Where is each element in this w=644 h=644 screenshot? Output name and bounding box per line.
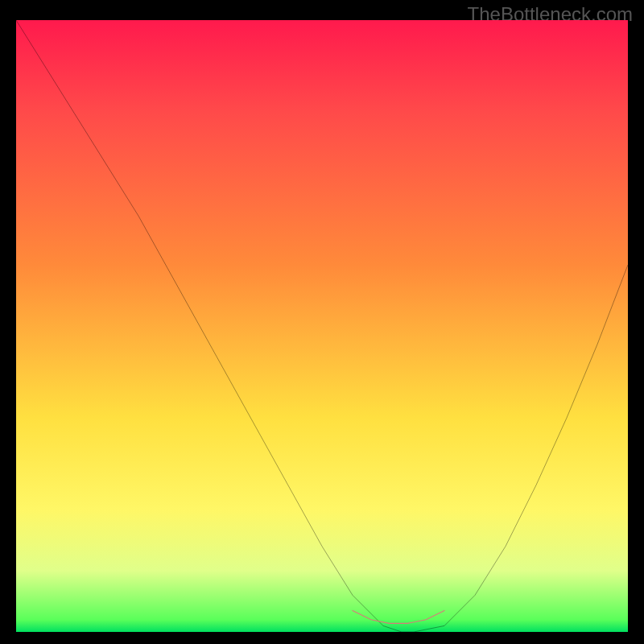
highlight-segment: [353, 610, 444, 623]
chart-wrapper: TheBottleneck.com: [0, 0, 644, 644]
bottleneck-curve: [16, 20, 628, 632]
plot-area: [16, 20, 628, 632]
curve-svg: [16, 20, 628, 632]
